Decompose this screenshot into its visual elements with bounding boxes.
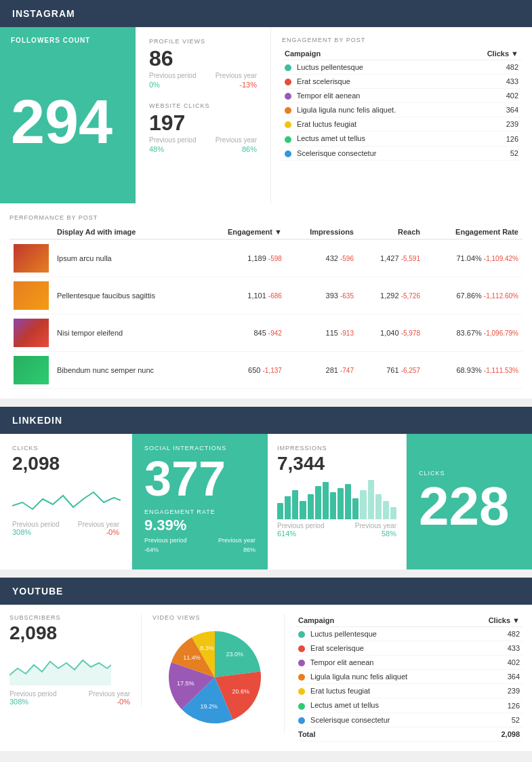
yt-campaign-name: Erat luctus feugiat (310, 687, 370, 695)
si-prev-period-val: -64% (144, 546, 159, 553)
eng-campaign-cell: Tempor elit aenean (282, 89, 464, 103)
perf-engagement-cell: 1,101 -686 (200, 277, 286, 315)
bar (323, 482, 329, 519)
list-item: Ligula ligula nunc felis aliquet. 364 (282, 103, 521, 117)
bar (300, 501, 306, 519)
si-number: 377 (144, 454, 255, 503)
bar (375, 494, 382, 519)
eng-col-clicks: Clicks ▼ (464, 47, 521, 60)
social-interactions-box: SOCIAL INTERACTIONS 377 ENGAGEMENT RATE … (132, 434, 268, 569)
yt-campaign-name: Erat scelerisque (310, 644, 364, 652)
bar (285, 496, 291, 519)
yt-campaign-dot (298, 717, 305, 724)
yt-video-views: VIDEO VIEWS 23.0%20.6%19.2%17.5%11.4%8.3… (152, 614, 285, 734)
list-item: Lectus amet ut tellus 126 (295, 698, 523, 713)
imp-value: 7,344 (277, 454, 396, 473)
list-item: Lectus amet ut tellus 126 (282, 132, 521, 146)
li-clicks-label: CLICKS (12, 445, 119, 452)
yt-campaign-name: Scelerisque consectetur (310, 716, 390, 724)
bar (360, 490, 366, 519)
yt-pie-chart: 23.0%20.6%19.2%17.5%11.4%8.3% (164, 626, 266, 728)
linkedin-clicks-col: CLICKS 2,098 Previous period Previous ye… (0, 434, 132, 569)
imp-bar-chart (277, 479, 396, 519)
eng-campaign-cell: Scelerisque consectetur (282, 146, 464, 160)
perf-img-cell (9, 352, 53, 389)
perf-col-rate: Engagement Rate (424, 225, 523, 239)
campaign-name: Tempor elit aenean (297, 92, 361, 100)
imp-prev-period-val: 614% (277, 529, 296, 538)
campaign-dot (285, 121, 291, 128)
yt-clicks-cell: 364 (468, 670, 523, 684)
perf-reach-cell: 1,292 -5,726 (358, 277, 424, 315)
perf-reach-cell: 1,427 -5,591 (358, 239, 424, 277)
youtube-section: YOUTUBE SUBSCRIBERS 2,098 Previous perio… (0, 578, 532, 751)
eng-clicks-cell: 52 (464, 146, 521, 160)
perf-engagement-cell: 650 -1,137 (200, 352, 286, 389)
perf-rate-cell: 67.86% -1,112.60% (424, 277, 523, 315)
youtube-body: SUBSCRIBERS 2,098 Previous period Previo… (0, 605, 532, 751)
youtube-title: YOUTUBE (12, 586, 63, 597)
bar (352, 498, 359, 519)
perf-col-impressions: Impressions (286, 225, 358, 239)
yt-prev-period-label: Previous period (9, 690, 56, 698)
list-item: Ligula ligula nunc felis aliquet 364 (295, 670, 523, 684)
yt-campaign-name: Luctus pellentesque (310, 630, 377, 638)
campaign-name: Erat luctus feugiat (297, 120, 356, 128)
perf-label: PERFORMANCE BY POST (9, 214, 523, 221)
list-item: Tempor elit aenean 402 (295, 656, 523, 670)
perf-col-name: Display Ad with image (53, 225, 200, 239)
perf-img-cell (9, 315, 53, 352)
perf-name-cell: Pellentesque faucibus sagittis (53, 277, 200, 315)
yt-campaign-cell: Erat luctus feugiat (295, 684, 468, 698)
yt-campaign-cell: Lectus amet ut tellus (295, 698, 468, 713)
profile-views-value: 86 (149, 47, 257, 69)
website-clicks-label: WEBSITE CLICKS (149, 102, 257, 109)
campaign-name: Erat scelerisque (297, 77, 350, 85)
perf-reach-cell: 761 -6,257 (358, 352, 424, 389)
yt-campaign-dot (298, 674, 305, 681)
campaign-name: Lectus amet ut tellus (297, 134, 365, 142)
campaign-dot (285, 93, 291, 100)
wc-prev-period-label: Previous period (149, 136, 196, 144)
perf-col-img (9, 225, 53, 239)
li-prev-period-label: Previous period (12, 521, 59, 528)
pv-prev-year-label: Previous year (216, 72, 257, 79)
table-row: Nisi tempor eleifend 845 -942 115 -913 1… (9, 315, 523, 352)
bar (368, 480, 374, 519)
campaign-dot (285, 79, 291, 85)
li-clicks-value: 2,098 (12, 454, 119, 473)
yt-col-clicks: Clicks ▼ (468, 614, 523, 627)
wc-prev-year-label: Previous year (216, 136, 257, 144)
eng-campaign-cell: Erat luctus feugiat (282, 117, 464, 132)
linkedin-title: LINKEDIN (12, 415, 62, 426)
li-prev-year-label: Previous year (78, 521, 119, 528)
yt-campaign-dot (298, 645, 305, 652)
campaign-dot (285, 136, 291, 143)
bar (277, 503, 283, 519)
perf-impressions-cell: 432 -596 (286, 239, 358, 277)
yt-total-value: 2,098 (468, 727, 523, 741)
list-item: Erat luctus feugiat 239 (295, 684, 523, 698)
yt-prev-year-label: Previous year (89, 690, 130, 698)
eng-clicks-cell: 239 (464, 117, 521, 132)
list-item: Scelerisque consectetur 52 (282, 146, 521, 160)
campaign-dot (285, 107, 291, 114)
imp-label: IMPRESSIONS (277, 445, 396, 452)
perf-col-engagement: Engagement ▼ (200, 225, 286, 239)
li-sparkline-svg (12, 479, 121, 516)
followers-box: FOLLOWERS COUNT 294 (0, 27, 136, 203)
eng-clicks-cell: 402 (464, 89, 521, 103)
yt-prev-period-val: 308% (9, 698, 28, 706)
list-item: Luctus pellentesque 482 (282, 60, 521, 75)
perf-name-cell: Bibendum nunc semper nunc (53, 352, 200, 389)
li-prev-period-val: 308% (12, 528, 31, 536)
yt-campaign-dot (298, 660, 305, 666)
perf-name-cell: Nisi tempor eleifend (53, 315, 200, 352)
yt-campaign-name: Ligula ligula nunc felis aliquet (310, 673, 407, 681)
engagement-header: ENGAGEMENT BY POST (282, 37, 521, 43)
yt-campaign-name: Lectus amet ut tellus (310, 701, 379, 709)
perf-impressions-cell: 281 -747 (286, 352, 358, 389)
eng-campaign-cell: Ligula ligula nunc felis aliquet. (282, 103, 464, 117)
website-clicks-value: 197 (149, 112, 257, 134)
si-label: SOCIAL INTERACTIONS (144, 445, 255, 452)
